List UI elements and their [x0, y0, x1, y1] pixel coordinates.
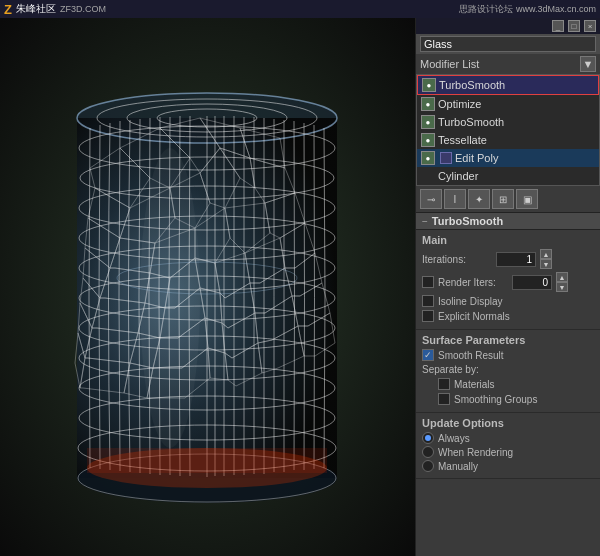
maximize-btn[interactable]: □	[568, 20, 580, 32]
site-url: ZF3D.COM	[60, 4, 106, 14]
explicit-normals-label: Explicit Normals	[438, 311, 510, 322]
object-name-row	[416, 34, 600, 54]
mod-eye-icon-3: ●	[421, 133, 435, 147]
iterations-up-btn[interactable]: ▲	[540, 249, 552, 259]
iterations-label: Iterations:	[422, 254, 492, 265]
wrench-toolbar-btn[interactable]: ✦	[468, 189, 490, 209]
smoothing-groups-checkbox[interactable]	[438, 393, 450, 405]
isoline-row: Isoline Display	[422, 295, 594, 307]
materials-label: Materials	[454, 379, 495, 390]
modifier-name-1: Optimize	[438, 98, 481, 110]
surface-params-group: Surface Parameters ✓ Smooth Result Separ…	[416, 330, 600, 413]
when-rendering-row: When Rendering	[422, 446, 594, 458]
when-rendering-radio[interactable]	[422, 446, 434, 458]
modifier-item-cylinder[interactable]: Cylinder	[417, 167, 599, 185]
modifier-item-tessellate[interactable]: ● Tessellate	[417, 131, 599, 149]
section-toggle-icon: −	[422, 216, 428, 227]
iterations-input[interactable]	[496, 252, 536, 267]
modifier-name-3: Tessellate	[438, 134, 487, 146]
render-iters-input[interactable]	[512, 275, 552, 290]
close-btn[interactable]: ×	[584, 20, 596, 32]
main-prop-group: Main Iterations: ▲ ▼ Render Iters:	[416, 230, 600, 330]
modifier-list: ● TurboSmooth ● Optimize ● TurboSmooth ●…	[416, 74, 600, 186]
smooth-result-checkbox[interactable]: ✓	[422, 349, 434, 361]
manually-row: Manually	[422, 460, 594, 472]
right-panel: _ □ × Modifier List ▼ ● TurboSmooth ● Op…	[415, 18, 600, 556]
render-iters-down-btn[interactable]: ▼	[556, 282, 568, 292]
svg-point-20	[140, 148, 200, 448]
smoothing-groups-label: Smoothing Groups	[454, 394, 537, 405]
materials-row: Materials	[438, 378, 594, 390]
top-bar: Z 朱峰社区 ZF3D.COM 思路设计论坛 www.3dMax.cn.com	[0, 0, 600, 18]
mod-eye-icon-1: ●	[421, 97, 435, 111]
modifier-list-label: Modifier List	[420, 58, 479, 70]
modifier-item-turbosm-0[interactable]: ● TurboSmooth	[417, 75, 599, 95]
isoline-checkbox[interactable]	[422, 295, 434, 307]
svg-rect-23	[87, 448, 327, 473]
main-group-title: Main	[422, 234, 594, 246]
modifier-dropdown-btn[interactable]: ▼	[580, 56, 596, 72]
object-name-input[interactable]	[420, 36, 596, 52]
update-options-group: Update Options Always When Rendering Man…	[416, 413, 600, 479]
modifier-name-0: TurboSmooth	[439, 79, 505, 91]
separate-by-label: Separate by:	[422, 364, 492, 375]
main-layout: _ □ × Modifier List ▼ ● TurboSmooth ● Op…	[0, 18, 600, 556]
pin-toolbar-btn[interactable]: ⊸	[420, 189, 442, 209]
viewport[interactable]	[0, 18, 415, 556]
grid-toolbar-btn[interactable]: ⊞	[492, 189, 514, 209]
iterations-down-btn[interactable]: ▼	[540, 259, 552, 269]
render-iters-row: Render Iters: ▲ ▼	[422, 272, 594, 292]
separate-by-row: Separate by:	[422, 364, 594, 375]
modifier-toolbar: ⊸ I ✦ ⊞ ▣	[416, 186, 600, 213]
turbosm-section-header[interactable]: − TurboSmooth	[416, 213, 600, 230]
minimize-btn[interactable]: _	[552, 20, 564, 32]
mesh-svg	[0, 18, 415, 556]
mod-eye-icon-4: ●	[421, 151, 435, 165]
move-toolbar-btn[interactable]: I	[444, 189, 466, 209]
modifier-label-row: Modifier List ▼	[416, 54, 600, 74]
modifier-name-2: TurboSmooth	[438, 116, 504, 128]
when-rendering-label: When Rendering	[438, 447, 513, 458]
iterations-row: Iterations: ▲ ▼	[422, 249, 594, 269]
properties-panel: − TurboSmooth Main Iterations: ▲ ▼	[416, 213, 600, 556]
modifier-item-optimize[interactable]: ● Optimize	[417, 95, 599, 113]
modifier-item-turbosm-1[interactable]: ● TurboSmooth	[417, 113, 599, 131]
smooth-result-label: Smooth Result	[438, 350, 504, 361]
render-iters-checkbox[interactable]	[422, 276, 434, 288]
modifier-item-editpoly[interactable]: ● Edit Poly	[417, 149, 599, 167]
iterations-spinner: ▲ ▼	[540, 249, 552, 269]
mod-eye-icon-0: ●	[422, 78, 436, 92]
explicit-normals-checkbox[interactable]	[422, 310, 434, 322]
always-label: Always	[438, 433, 470, 444]
header-right-text: 思路设计论坛 www.3dMax.cn.com	[459, 3, 596, 16]
always-row: Always	[422, 432, 594, 444]
isoline-label: Isoline Display	[438, 296, 502, 307]
viewport-canvas	[0, 18, 415, 556]
render-iters-label: Render Iters:	[438, 277, 508, 288]
modifier-name-5: Cylinder	[438, 170, 478, 182]
section-title: TurboSmooth	[432, 215, 503, 227]
render-iters-up-btn[interactable]: ▲	[556, 272, 568, 282]
modifier-name-4: Edit Poly	[455, 152, 498, 164]
logo-area: Z 朱峰社区 ZF3D.COM	[4, 2, 106, 17]
update-options-title: Update Options	[422, 417, 594, 429]
mod-box-icon-4	[440, 152, 452, 164]
surface-params-title: Surface Parameters	[422, 334, 594, 346]
smooth-result-row: ✓ Smooth Result	[422, 349, 594, 361]
smoothing-groups-row: Smoothing Groups	[438, 393, 594, 405]
manually-label: Manually	[438, 461, 478, 472]
logo-z-icon: Z	[4, 2, 12, 17]
manually-radio[interactable]	[422, 460, 434, 472]
render-iters-spinner: ▲ ▼	[556, 272, 568, 292]
panel-header: _ □ ×	[416, 18, 600, 34]
always-radio[interactable]	[422, 432, 434, 444]
materials-checkbox[interactable]	[438, 378, 450, 390]
explicit-normals-row: Explicit Normals	[422, 310, 594, 322]
site-name: 朱峰社区	[16, 2, 56, 16]
camera-toolbar-btn[interactable]: ▣	[516, 189, 538, 209]
mod-eye-icon-2: ●	[421, 115, 435, 129]
